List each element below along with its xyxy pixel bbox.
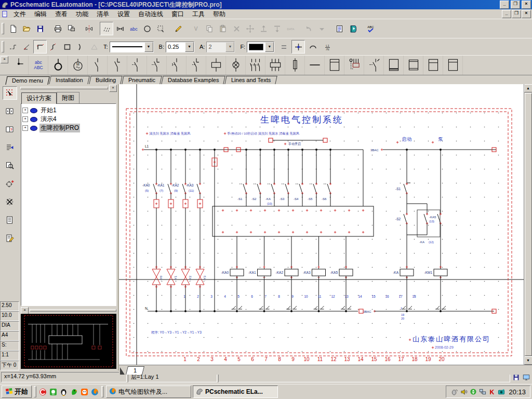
rect-tool-button[interactable] [60,40,74,54]
polyline-tool-button[interactable] [6,40,20,54]
menu-5[interactable]: 设置 [113,9,134,20]
reference-book-button[interactable]: ? [3,123,17,136]
text-mode-button[interactable]: abc [127,22,140,35]
scroll-up-icon[interactable]: ▲ [524,84,532,92]
camera-tray-icon[interactable] [497,388,505,396]
menu-7[interactable]: 窗口 [167,9,188,20]
page-browser-button[interactable] [3,104,17,118]
menu-9[interactable]: 帮助 [209,9,230,20]
scroll-down-icon[interactable]: ▼ [524,356,532,365]
open-project-button[interactable] [20,22,33,35]
box-d-button[interactable] [443,56,463,75]
update-tray-icon[interactable] [469,388,477,396]
text-symbol-button[interactable]: abcABC [29,56,48,75]
edit-doc-button[interactable] [3,232,17,245]
circle-mode-button[interactable] [140,22,154,35]
menu-8[interactable]: 工具 [188,9,209,20]
arc-tool-button[interactable] [74,40,87,54]
child-minimize-button[interactable]: _ [502,10,511,18]
symbols-mode-button[interactable] [113,22,127,35]
box-a-button[interactable] [384,56,404,75]
symbol-find-button[interactable] [82,22,96,35]
minimize-button[interactable]: _ [500,1,509,9]
page-tab-1[interactable]: 1 [126,366,144,375]
tab-attachments[interactable]: 附图 [57,92,79,103]
restore-button[interactable]: ❐ [511,1,520,9]
firefox-icon[interactable] [90,388,99,396]
area-mode-button[interactable] [154,22,167,35]
combo-switch-button[interactable] [364,56,384,75]
menu-4[interactable]: 清单 [92,9,113,20]
chevron-down-icon[interactable]: ▼ [144,42,153,52]
spell-check-button[interactable]: ABC [364,22,377,35]
object-doc-button[interactable] [3,214,17,227]
volume-icon[interactable] [460,388,468,396]
tree-item-演示4[interactable]: +演示4 [22,115,115,124]
wire-hop-button[interactable] [306,40,320,54]
three-contacts-button[interactable] [246,56,265,75]
pickmenu-tab-database-examples[interactable]: Database Examples [161,76,225,84]
print-button[interactable] [51,22,64,35]
mouse-tray-icon[interactable] [450,388,458,396]
limit-nc-button[interactable] [147,56,167,75]
fuse-symbol-button[interactable] [285,56,305,75]
kaspersky-icon[interactable]: K [488,388,496,396]
junction-mode-button[interactable] [291,40,305,54]
grid-pointer-button[interactable] [3,86,17,100]
limit-no-button[interactable] [127,56,147,75]
toolbar-grip[interactable] [2,41,4,52]
child-close-button[interactable]: × [522,10,531,18]
schematic-canvas[interactable]: 生啤电气控制系统清洗剂 无菌水 消毒液 无菌风手/自动20 / 10秒启动 清洗… [119,84,525,365]
menu-6[interactable]: 自动连线 [134,9,167,20]
close-icon[interactable]: × [21,307,29,314]
print-pages-button[interactable] [64,22,78,35]
tree-item-开始1[interactable]: +开始1 [22,106,115,115]
contact-nc-button[interactable] [108,56,127,75]
line-width-combo[interactable]: 0.25 ▼ [166,42,194,52]
network-tray-icon[interactable] [478,388,486,396]
box-c-button[interactable] [423,56,443,75]
expand-icon[interactable]: + [22,116,28,122]
task-button-0[interactable]: 电气绘图软件及... [106,385,191,398]
menu-3[interactable]: 功能 [72,9,92,20]
connection-point-button[interactable] [9,56,29,75]
maxthon-icon[interactable] [38,388,47,396]
coil-symbol-button[interactable] [206,56,226,75]
menu-0[interactable]: 文件 [9,9,30,20]
angle-combo[interactable]: 2 ▼ [206,42,235,52]
save-button[interactable] [33,22,47,35]
tree-item-生啤控制PRO[interactable]: +生啤控制PRO [22,124,115,132]
parrot-icon[interactable] [70,388,78,396]
motor-starter-button[interactable] [344,56,364,75]
child-restore-button[interactable]: ❐ [512,10,521,18]
scrollbar-thumb[interactable] [525,93,532,356]
pickmenu-tab-lines-and-texts[interactable]: Lines and Texts [224,76,277,84]
chevron-down-icon[interactable]: ▼ [265,42,274,52]
preview-thumbnail[interactable] [21,314,116,369]
drawing-area[interactable]: 生啤电气控制系统清洗剂 无菌水 消毒液 无菌风手/自动20 / 10秒启动 清洗… [119,84,532,370]
hide-object-button[interactable] [3,195,17,209]
lamp-symbol-button[interactable] [226,56,246,75]
three-pole-device-button[interactable] [265,56,285,75]
wangwang-icon[interactable] [80,388,89,396]
zoom-preview-button[interactable] [3,159,17,172]
line-type-combo[interactable]: ▼ [110,42,154,52]
tab-design-projects[interactable]: 设计方案 [21,92,57,104]
net-label-button[interactable]: L1/N [321,40,334,54]
qq-icon[interactable] [59,388,68,396]
media-icon[interactable] [49,388,58,396]
close-icon[interactable]: × [1,56,8,63]
start-button[interactable]: 开始 [2,385,32,398]
contact-no-button[interactable] [88,56,108,75]
database-book-button[interactable] [346,22,360,35]
pushbutton-nc-button[interactable] [187,56,206,75]
line-symbol-button[interactable] [305,56,325,75]
pencil-mode-button[interactable] [171,22,185,35]
chevron-down-icon[interactable]: ▼ [225,42,234,52]
pickmenu-tab-building[interactable]: Building [89,76,123,84]
object-lister-button[interactable] [332,22,346,35]
new-document-button[interactable] [6,22,20,35]
close-button[interactable]: × [522,1,531,9]
earth-symbol-button[interactable] [48,56,68,75]
lines-mode-button[interactable] [100,22,113,35]
